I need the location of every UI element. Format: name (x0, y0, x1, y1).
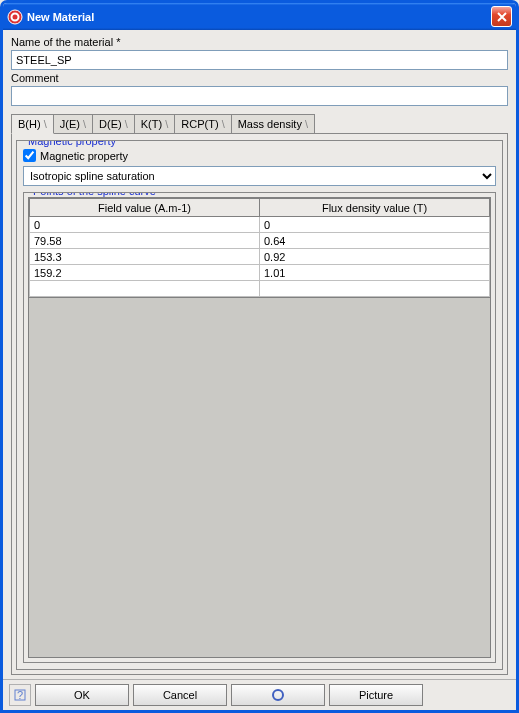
tab-mass-density[interactable]: Mass density \ (231, 114, 315, 133)
ok-button[interactable]: OK (35, 684, 129, 706)
name-label: Name of the material * (11, 36, 508, 48)
cell-field[interactable]: 159.2 (30, 265, 260, 281)
picture-button[interactable]: Picture (329, 684, 423, 706)
cell-field[interactable]: 0 (30, 217, 260, 233)
magnetic-legend: Magnetic property (25, 140, 119, 147)
magnetic-type-select[interactable]: Isotropic spline saturation (23, 166, 496, 186)
cell-flux[interactable]: 1.01 (260, 265, 490, 281)
app-icon (7, 9, 23, 25)
tab-de[interactable]: D(E) \ (92, 114, 135, 133)
tab-kt[interactable]: K(T) \ (134, 114, 176, 133)
tab-bar: B(H) \ J(E) \ D(E) \ K(T) \ RCP(T) \ Mas… (11, 114, 508, 133)
cell-flux[interactable] (260, 281, 490, 297)
cell-field[interactable]: 153.3 (30, 249, 260, 265)
titlebar: New Material (3, 3, 516, 30)
points-fieldset: Points of the spline curve Field value (… (23, 192, 496, 663)
table-row: 159.21.01 (30, 265, 490, 281)
table-row: 00 (30, 217, 490, 233)
tab-je[interactable]: J(E) \ (53, 114, 93, 133)
help-button[interactable]: ? (9, 684, 31, 706)
cancel-button[interactable]: Cancel (133, 684, 227, 706)
window-title: New Material (27, 11, 491, 23)
cell-flux[interactable]: 0 (260, 217, 490, 233)
svg-text:?: ? (17, 689, 23, 701)
name-input[interactable] (11, 50, 508, 70)
cell-flux[interactable]: 0.64 (260, 233, 490, 249)
circle-icon (272, 689, 284, 701)
icon-button[interactable] (231, 684, 325, 706)
button-bar: ? OK Cancel Picture (3, 679, 516, 710)
table-empty-area (28, 298, 491, 658)
tab-bh[interactable]: B(H) \ (11, 114, 54, 134)
close-button[interactable] (491, 6, 512, 27)
col-header-field[interactable]: Field value (A.m-1) (30, 199, 260, 217)
tab-panel: Magnetic property Magnetic property Isot… (11, 133, 508, 675)
comment-input[interactable] (11, 86, 508, 106)
magnetic-checkbox[interactable] (23, 149, 36, 162)
magnetic-checkbox-label: Magnetic property (40, 150, 128, 162)
col-header-flux[interactable]: Flux density value (T) (260, 199, 490, 217)
svg-point-0 (8, 10, 22, 24)
points-table: Field value (A.m-1) Flux density value (… (29, 198, 490, 297)
dialog-window: New Material Name of the material * Comm… (0, 0, 519, 713)
table-row: 79.580.64 (30, 233, 490, 249)
magnetic-checkbox-row: Magnetic property (23, 149, 496, 162)
table-row (30, 281, 490, 297)
dialog-content: Name of the material * Comment B(H) \ J(… (3, 30, 516, 679)
points-table-wrap: Field value (A.m-1) Flux density value (… (28, 197, 491, 298)
cell-flux[interactable]: 0.92 (260, 249, 490, 265)
cell-field[interactable] (30, 281, 260, 297)
magnetic-fieldset: Magnetic property Magnetic property Isot… (16, 140, 503, 670)
tab-rcpt[interactable]: RCP(T) \ (174, 114, 231, 133)
comment-label: Comment (11, 72, 508, 84)
table-row: 153.30.92 (30, 249, 490, 265)
cell-field[interactable]: 79.58 (30, 233, 260, 249)
